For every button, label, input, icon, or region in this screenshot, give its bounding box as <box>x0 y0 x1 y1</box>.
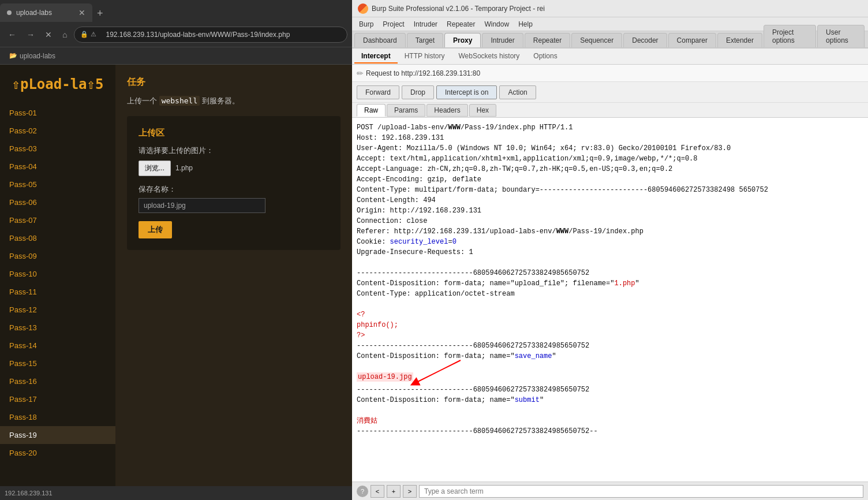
address-bar: ← → ✕ ⌂ 🔒 ⚠ <box>0 22 352 47</box>
nav-item-pass-04[interactable]: Pass-04 <box>0 158 115 176</box>
menu-repeater[interactable]: Repeater <box>442 19 480 29</box>
request-line: Content-Disposition: form-data; name="up… <box>357 278 863 289</box>
tab-bar: upload-labs ✕ + <box>0 0 352 22</box>
nav-item-pass-03[interactable]: Pass-03 <box>0 140 115 158</box>
home-button[interactable]: ⌂ <box>59 28 70 42</box>
request-line: <? <box>357 309 863 320</box>
bookmark-item[interactable]: 📂 upload-labs <box>5 50 60 62</box>
request-line: Content-Type: application/octet-stream <box>357 289 863 299</box>
tab-extender[interactable]: Extender <box>717 33 762 47</box>
menu-burp[interactable]: Burp <box>354 19 378 29</box>
tab-comparer[interactable]: Comparer <box>668 33 716 47</box>
nav-item-pass-16[interactable]: Pass-16 <box>0 372 115 390</box>
request-url: Request to http://192.168.239.131:80 <box>366 69 480 77</box>
subtab-options[interactable]: Options <box>526 50 564 64</box>
burp-panel: Burp Suite Professional v2.1.06 - Tempor… <box>352 0 868 500</box>
intercept-toolbar: Forward Drop Intercept is on Action <box>352 82 868 103</box>
intercept-on-button[interactable]: Intercept is on <box>436 85 497 99</box>
bookmarks-bar: 📂 upload-labs <box>0 47 352 65</box>
body-tab-headers[interactable]: Headers <box>426 104 467 117</box>
help-button[interactable]: ? <box>357 486 368 497</box>
tab-repeater[interactable]: Repeater <box>525 33 570 47</box>
request-line: Accept-Encoding: gzip, deflate <box>357 174 863 185</box>
tab-intruder[interactable]: Intruder <box>482 33 523 47</box>
lock-icon: 🔒 <box>80 31 88 38</box>
request-line: Content-Disposition: form-data; name="su… <box>357 395 863 405</box>
tab-sequencer[interactable]: Sequencer <box>571 33 622 47</box>
bookmark-icon: 📂 <box>9 52 17 59</box>
request-line: ?> <box>357 330 863 341</box>
next-plus-button[interactable]: + <box>387 485 401 498</box>
nav-item-pass-12[interactable]: Pass-12 <box>0 301 115 319</box>
reload-button[interactable]: ✕ <box>42 28 55 42</box>
menu-project[interactable]: Project <box>378 19 409 29</box>
subtab-websockets-history[interactable]: WebSockets history <box>451 50 526 64</box>
body-tab-hex[interactable]: Hex <box>469 104 496 117</box>
upload-button[interactable]: 上传 <box>139 221 172 238</box>
drop-button[interactable]: Drop <box>402 85 434 99</box>
prev-arrow-button[interactable]: < <box>371 485 384 498</box>
tab-decoder[interactable]: Decoder <box>623 33 667 47</box>
search-input[interactable] <box>419 485 863 498</box>
tab-proxy[interactable]: Proxy <box>444 33 481 47</box>
menu-help[interactable]: Help <box>514 19 537 29</box>
site-nav: ⇧pLoad-la⇧5 Pass-01Pass-02Pass-03Pass-04… <box>0 65 115 486</box>
request-line: POST /upload-labs-env/WWW/Pass-19/index.… <box>357 122 863 133</box>
nav-item-pass-17[interactable]: Pass-17 <box>0 390 115 408</box>
address-input[interactable] <box>99 27 341 43</box>
request-line: ----------------------------680594606272… <box>357 268 863 278</box>
tab-user-options[interactable]: User options <box>817 25 865 47</box>
nav-item-pass-02[interactable]: Pass-02 <box>0 122 115 140</box>
tab-target[interactable]: Target <box>407 33 443 47</box>
upload-title: 上传区 <box>139 128 329 139</box>
nav-item-pass-20[interactable]: Pass-20 <box>0 444 115 462</box>
request-body-tabs: Raw Params Headers Hex <box>352 103 868 118</box>
task-desc-text1: 上传一个 <box>127 96 157 105</box>
subtab-http-history[interactable]: HTTP history <box>398 50 452 64</box>
nav-item-pass-18[interactable]: Pass-18 <box>0 408 115 426</box>
tab-project-options[interactable]: Project options <box>764 25 816 47</box>
nav-item-pass-05[interactable]: Pass-05 <box>0 176 115 193</box>
burp-search-bar: ? < + > <box>352 482 868 500</box>
nav-item-pass-07[interactable]: Pass-07 <box>0 211 115 229</box>
nav-item-pass-10[interactable]: Pass-10 <box>0 265 115 283</box>
browser-panel: upload-labs ✕ + ← → ✕ ⌂ 🔒 ⚠ 📂 upload-lab… <box>0 0 352 500</box>
task-code: webshell <box>159 96 200 106</box>
tab-close-button[interactable]: ✕ <box>78 8 85 17</box>
nav-item-pass-19[interactable]: Pass-19 <box>0 426 115 444</box>
nav-item-pass-01[interactable]: Pass-01 <box>0 104 115 122</box>
burp-logo-icon <box>358 3 368 14</box>
menu-window[interactable]: Window <box>480 19 514 29</box>
nav-item-pass-06[interactable]: Pass-06 <box>0 193 115 211</box>
nav-item-pass-14[interactable]: Pass-14 <box>0 337 115 355</box>
body-tab-raw[interactable]: Raw <box>357 104 386 117</box>
nav-item-pass-15[interactable]: Pass-15 <box>0 355 115 372</box>
save-name-input[interactable] <box>139 198 265 213</box>
new-tab-button[interactable]: + <box>92 5 108 22</box>
site-logo: ⇧pLoad-la⇧5 <box>0 65 115 104</box>
forward-button[interactable]: Forward <box>357 85 399 99</box>
back-button[interactable]: ← <box>5 28 20 42</box>
nav-item-pass-09[interactable]: Pass-09 <box>0 247 115 265</box>
body-tab-params[interactable]: Params <box>387 104 425 117</box>
action-button[interactable]: Action <box>499 85 536 99</box>
request-line <box>357 405 863 416</box>
nav-item-pass-13[interactable]: Pass-13 <box>0 319 115 337</box>
browser-tab[interactable]: upload-labs ✕ <box>0 3 92 22</box>
save-name-label: 保存名称： <box>139 184 329 195</box>
forward-button[interactable]: → <box>23 28 38 42</box>
nav-item-pass-08[interactable]: Pass-08 <box>0 229 115 247</box>
subtab-intercept[interactable]: Intercept <box>354 50 398 64</box>
request-content[interactable]: POST /upload-labs-env/WWW/Pass-19/index.… <box>352 118 868 482</box>
next-arrow-button[interactable]: > <box>403 485 417 498</box>
request-line: Cookie: security_level=0 <box>357 237 863 247</box>
request-line: phpinfo(); <box>357 320 863 330</box>
tab-dashboard[interactable]: Dashboard <box>354 33 406 47</box>
nav-item-pass-11[interactable]: Pass-11 <box>0 283 115 301</box>
request-line: Content-Type: multipart/form-data; bound… <box>357 185 863 195</box>
menu-intruder[interactable]: Intruder <box>409 19 442 29</box>
browse-button[interactable]: 浏览... <box>139 161 171 176</box>
request-line: Upgrade-Insecure-Requests: 1 <box>357 247 863 258</box>
request-line: ----------------------------680594606272… <box>357 385 863 395</box>
task-title: 任务 <box>127 76 341 88</box>
